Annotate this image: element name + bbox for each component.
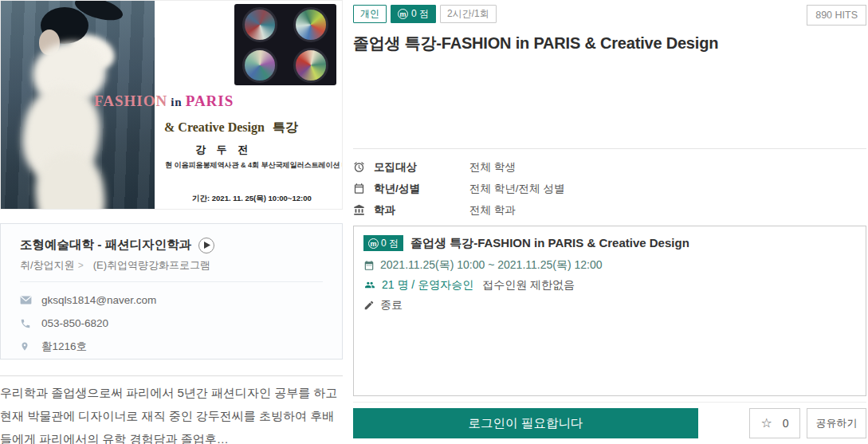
map-pin-icon	[20, 340, 33, 352]
poster-title-fashion: FASHION	[94, 92, 167, 109]
poster-credential: 현 이음피움봉제역사관 & 4회 부산국제일러스트레이션 대상	[165, 160, 343, 171]
info-value: 전체 학과	[469, 203, 516, 218]
calendar-icon	[353, 183, 367, 194]
page-title: 졸업생 특강-FASHION in PARIS & Creative Desig…	[353, 33, 866, 54]
session-point-badge: m 0 점	[363, 235, 403, 251]
poster-subtitle-text: & Creative Design	[164, 120, 265, 134]
breadcrumb-program: (E)취업역량강화프로그램	[93, 258, 210, 273]
poster-period: 기간: 2021. 11. 25(목) 10:00~12:00	[192, 194, 312, 204]
poster-speaker: 강 두 전	[195, 143, 252, 157]
point-badge-label: 0 점	[411, 8, 429, 20]
info-value: 전체 학생	[469, 160, 516, 175]
poster-title-in: in	[171, 96, 183, 108]
footer-divider	[353, 402, 866, 403]
session-status-row: 종료	[363, 295, 856, 315]
bank-icon	[353, 204, 367, 216]
play-button[interactable]	[198, 238, 214, 253]
breadcrumb-category: 취/창업지원	[20, 258, 75, 273]
email-value: gksqls1814@naver.com	[41, 294, 156, 306]
department-card: 조형예술대학 - 패션디자인학과 취/창업지원 > (E)취업역량강화프로그램 …	[0, 223, 343, 360]
m-point-icon: m	[398, 9, 408, 19]
session-title: 졸업생 특강-FASHION in PARIS & Creative Desig…	[410, 236, 689, 251]
phone-row: 053-850-6820	[20, 312, 323, 335]
play-icon	[204, 242, 210, 249]
room-value: 활1216호	[41, 340, 87, 354]
session-capacity: 21 명 / 운영자승인	[382, 278, 473, 293]
phone-value: 053-850-6820	[41, 317, 108, 329]
info-row-department: 학과 전체 학과	[353, 199, 866, 221]
chevron-right-icon: >	[78, 260, 84, 271]
hits-counter: 890 HITS	[807, 5, 866, 26]
info-label: 모집대상	[374, 160, 469, 175]
favorite-count: 0	[783, 417, 789, 430]
envelope-icon	[20, 296, 33, 305]
info-value: 전체 학년/전체 성별	[469, 182, 564, 196]
footer-bar: 로그인이 필요합니다 ☆ 0 공유하기	[353, 408, 866, 438]
info-section: 모집대상 전체 학생 학년/성별 전체 학년/전체 성별 학과 전체 학과	[353, 148, 866, 221]
pen-icon	[363, 300, 375, 311]
left-column: FASHIONinPARIS & Creative Design특강 강 두 전…	[0, 0, 343, 444]
session-status: 종료	[380, 298, 403, 312]
info-row-target: 모집대상 전체 학생	[353, 156, 866, 178]
poster-subtitle-suffix: 특강	[273, 120, 298, 134]
poster-title-paris: PARIS	[186, 92, 234, 109]
email-row: gksqls1814@naver.com	[20, 289, 323, 312]
alarm-clock-icon	[353, 161, 367, 173]
description-divider	[0, 375, 343, 376]
badge-row: 개인 m 0 점 2시간/1회 890 HITS	[353, 0, 866, 26]
poster-title-line1: FASHIONinPARIS	[94, 92, 234, 110]
point-badge: m 0 점	[391, 5, 436, 23]
login-required-button[interactable]: 로그인이 필요합니다	[353, 408, 698, 438]
event-description: 우리학과 졸업생으로써 파리에서 5년간 패션디자인 공부를 하고 현재 박물관…	[0, 381, 343, 444]
duration-badge: 2시간/1회	[440, 5, 497, 23]
people-icon	[363, 280, 376, 290]
right-column: 개인 m 0 점 2시간/1회 890 HITS 졸업생 특강-FASHION …	[353, 0, 866, 444]
personal-badge: 개인	[353, 5, 387, 23]
m-point-icon: m	[368, 238, 379, 249]
star-icon: ☆	[760, 417, 772, 430]
session-point-label: 0 점	[381, 238, 399, 249]
session-box: m 0 점 졸업생 특강-FASHION in PARIS & Creative…	[353, 226, 866, 396]
poster-subtitle: & Creative Design특강	[164, 120, 298, 136]
share-button[interactable]: 공유하기	[807, 408, 866, 438]
calendar-icon	[363, 260, 375, 271]
session-capacity-note: 접수인원 제한없음	[482, 278, 575, 293]
info-label: 학년/성별	[374, 182, 469, 196]
favorite-button[interactable]: ☆ 0	[749, 408, 800, 438]
card-divider	[20, 281, 323, 282]
session-datetime: 2021.11.25(목) 10:00 ~ 2021.11.25(목) 12:0…	[380, 258, 603, 273]
phone-icon	[20, 318, 33, 329]
program-breadcrumb: 취/창업지원 > (E)취업역량강화프로그램	[20, 258, 323, 273]
event-detail-page: FASHIONinPARIS & Creative Design특강 강 두 전…	[0, 0, 868, 444]
session-capacity-row: 21 명 / 운영자승인 접수인원 제한없음	[363, 275, 856, 295]
location-row: 활1216호	[20, 335, 323, 358]
event-poster: FASHIONinPARIS & Creative Design특강 강 두 전…	[0, 0, 343, 210]
poster-text: FASHIONinPARIS & Creative Design특강 강 두 전…	[1, 1, 342, 209]
info-row-grade-gender: 학년/성별 전체 학년/전체 성별	[353, 178, 866, 199]
session-datetime-row: 2021.11.25(목) 10:00 ~ 2021.11.25(목) 12:0…	[363, 255, 856, 275]
department-title: 조형예술대학 - 패션디자인학과	[20, 237, 191, 253]
info-label: 학과	[374, 203, 469, 218]
